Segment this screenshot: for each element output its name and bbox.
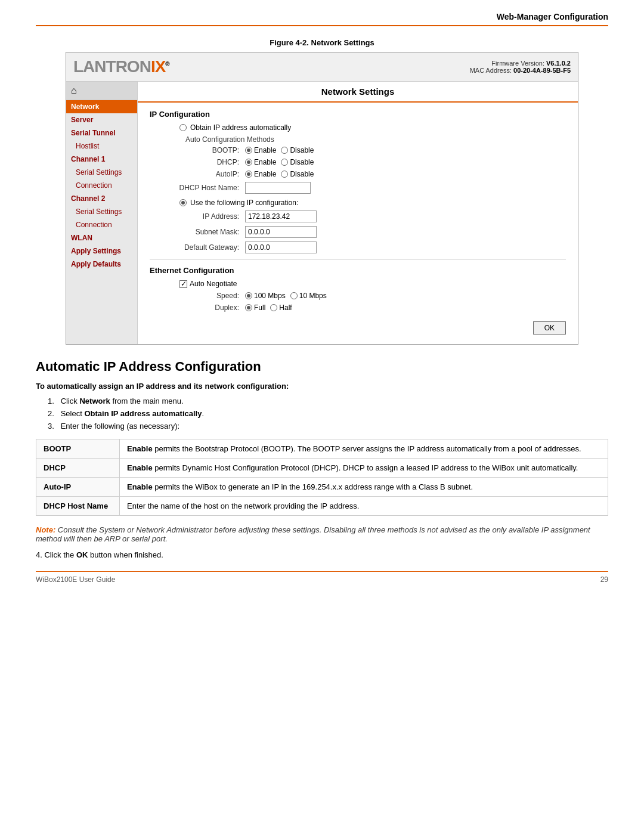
sidebar-item-serial-tunnel[interactable]: Serial Tunnel [66,126,137,140]
dhcp-hostname-label: DHCP Host Name: [162,184,239,192]
use-following-label: Use the following IP configuration: [190,199,298,207]
sidebar-item-hostlist[interactable]: Hostlist [66,140,137,153]
table-term-dhcp: DHCP [36,459,120,478]
bootp-enable-radio[interactable] [245,147,252,154]
ip-config-title: IP Configuration [150,110,566,119]
dhcp-hostname-input[interactable] [245,182,311,194]
table-row: DHCP Enable permits Dynamic Host Configu… [36,459,608,478]
dhcp-enable-radio[interactable] [245,159,252,166]
firmware-info: Firmware Version: V6.1.0.2 MAC Address: … [470,60,571,74]
use-following-radio[interactable] [179,199,187,206]
autoip-radio-group: Enable Disable [245,170,314,178]
dhcp-row: DHCP: Enable Disable [150,158,566,166]
table-row: Auto-IP Enable permits the WiBox to gene… [36,478,608,497]
bootp-disable-option: Disable [281,146,314,154]
sidebar-item-connection-2[interactable]: Connection [66,218,137,231]
autoip-disable-radio[interactable] [281,171,288,178]
bootp-row: BOOTP: Enable Disable [150,146,566,154]
sidebar-item-channel1[interactable]: Channel 1 [66,153,137,166]
auto-negotiate-checkbox[interactable] [179,280,187,288]
page-header: Web-Manager Configuration [36,12,608,26]
dhcp-hostname-row: DHCP Host Name: [150,182,566,194]
sidebar-home[interactable]: ⌂ [66,82,137,100]
duplex-full-radio[interactable] [245,304,252,311]
sidebar-item-apply-settings[interactable]: Apply Settings [66,244,137,258]
table-term-bootp: BOOTP [36,439,120,459]
bootp-rest: permits the Bootstrap Protocol (BOOTP). … [153,444,581,453]
doc-subtitle: To automatically assign an IP address an… [36,382,608,391]
bootp-disable-label: Disable [290,146,314,154]
sidebar-item-connection-1[interactable]: Connection [66,179,137,192]
ok-row: OK [150,315,566,337]
wm-top-bar: LANTRONIX® Firmware Version: V6.1.0.2 MA… [66,52,578,82]
footer-left: WiBox2100E User Guide [36,575,115,584]
table-desc-dhcp: Enable permits Dynamic Host Configuratio… [120,459,608,478]
duplex-row: Duplex: Full Half [150,304,566,312]
subnet-mask-label: Subnet Mask: [162,228,239,236]
obtain-auto-radio[interactable] [179,124,187,131]
speed-100-label: 100 Mbps [254,292,286,300]
bootp-label: BOOTP: [162,146,239,154]
obtain-auto-row: Obtain IP address automatically [150,123,566,132]
doc-table: BOOTP Enable permits the Bootstrap Proto… [36,439,608,516]
autoip-enable-radio[interactable] [245,171,252,178]
table-term-dhcphost: DHCP Host Name [36,497,120,516]
sidebar-item-wlan[interactable]: WLAN [66,231,137,244]
ip-address-row: IP Address: [150,210,566,222]
subnet-mask-row: Subnet Mask: [150,226,566,238]
doc-title: Automatic IP Address Configuration [36,359,608,374]
dhcp-enable-label: Enable [254,158,276,166]
page-footer: WiBox2100E User Guide 29 [36,571,608,584]
sidebar: ⌂ Network Server Serial Tunnel Hostlist … [66,82,138,344]
default-gateway-label: Default Gateway: [162,243,239,252]
content-body: IP Configuration Obtain IP address autom… [138,103,578,344]
ip-address-input[interactable] [245,210,317,222]
dhcp-enable-option: Enable [245,158,276,166]
mac-label: MAC Address: [470,67,512,74]
content-title: Network Settings [138,82,578,103]
table-row: BOOTP Enable permits the Bootstrap Proto… [36,439,608,459]
subnet-mask-input[interactable] [245,226,317,238]
table-desc-autoip: Enable permits the WiBox to generate an … [120,478,608,497]
duplex-full-option: Full [245,304,265,312]
footer-right: 29 [600,575,608,584]
speed-100-radio[interactable] [245,292,252,299]
autoip-disable-label: Disable [290,170,314,178]
dhcp-disable-label: Disable [290,158,314,166]
dhcp-label: DHCP: [162,158,239,166]
autoip-bold: Enable [127,482,153,491]
bootp-disable-radio[interactable] [281,147,288,154]
main-content: Network Settings IP Configuration Obtain… [138,82,578,344]
table-desc-bootp: Enable permits the Bootstrap Protocol (B… [120,439,608,459]
mac-address: 00-20-4A-89-5B-F5 [513,67,571,74]
auto-negotiate-row: Auto Negotiate [150,280,566,288]
sidebar-item-apply-defaults[interactable]: Apply Defaults [66,258,137,271]
webmanager-box: LANTRONIX® Firmware Version: V6.1.0.2 MA… [66,52,578,345]
sidebar-item-serial-settings-2[interactable]: Serial Settings [66,205,137,218]
speed-label: Speed: [162,292,239,300]
speed-100-option: 100 Mbps [245,292,286,300]
dhcp-disable-radio[interactable] [281,159,288,166]
sidebar-item-channel2[interactable]: Channel 2 [66,192,137,205]
autoip-row: AutoIP: Enable Disable [150,170,566,178]
default-gateway-row: Default Gateway: [150,241,566,253]
logo-text: LANTRONIX® [73,57,169,76]
sidebar-item-serial-settings-1[interactable]: Serial Settings [66,166,137,179]
duplex-half-label: Half [279,304,292,312]
auto-negotiate-label: Auto Negotiate [190,280,237,288]
table-term-autoip: Auto-IP [36,478,120,497]
speed-10-radio[interactable] [290,292,298,299]
speed-row: Speed: 100 Mbps 10 Mbps [150,292,566,300]
ethernet-config-title: Ethernet Configuration [150,266,566,275]
sidebar-item-network[interactable]: Network [66,100,137,113]
default-gateway-input[interactable] [245,241,317,253]
duplex-full-label: Full [254,304,265,312]
ok-button[interactable]: OK [533,321,566,335]
doc-step-1: 1. Click Network from the main menu. [48,397,608,405]
auto-negotiate-checkbox-group: Auto Negotiate [179,280,237,288]
note-text: Note: Consult the System or Network Admi… [36,525,608,543]
duplex-half-radio[interactable] [270,304,277,311]
sidebar-item-server[interactable]: Server [66,113,137,126]
dhcp-rest: permits Dynamic Host Configuration Proto… [153,463,578,472]
duplex-radio-group: Full Half [245,304,292,312]
